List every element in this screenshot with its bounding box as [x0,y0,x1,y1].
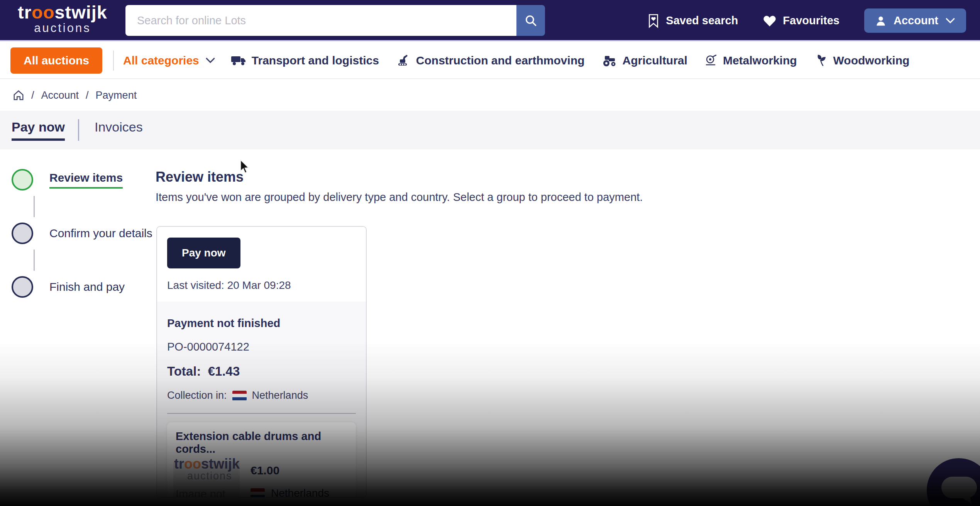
troostwijk-logo[interactable]: troostwijk auctions [18,3,107,34]
step-circle-idle [12,223,33,244]
page-title: Review items [156,169,244,185]
chat-bubble-icon [941,477,977,498]
page: troostwijk auctions [0,0,980,506]
truck-icon [231,55,246,66]
payment-status: Payment not finished [167,317,356,330]
payment-group-body: Payment not finished PO-0000074122 Total… [157,302,366,498]
pay-now-button[interactable]: Pay now [167,238,240,268]
lot-meta: €1.00 Netherlands A1-161885-110 [251,462,329,498]
total-amount: Total: €1.43 [167,364,356,379]
logo-wordmark: troostwijk [18,3,107,21]
account-label: Account [894,14,938,27]
category-construction[interactable]: Construction and earthmoving [396,54,585,67]
category-woodworking[interactable]: Woodworking [814,54,910,67]
chevron-down-icon [945,17,955,24]
search-input[interactable] [125,5,516,36]
breadcrumb-separator: / [86,89,89,101]
last-visited-text: Last visited: 20 Mar 09:28 [167,279,356,292]
tabs-row: Pay now Invoices [0,111,980,149]
search-bar [125,5,545,36]
breadcrumb-payment[interactable]: Payment [96,89,137,101]
favourites-label: Favourites [783,14,840,27]
step-connector [34,250,35,271]
purchase-order-id: PO-0000074122 [167,341,356,353]
lot-row: troostwijk auctions Image not available … [173,462,347,498]
tab-divider [78,119,79,141]
step-review-items[interactable]: Review items [12,169,123,191]
lot-image-placeholder: troostwijk auctions Image not available [173,462,240,498]
tab-pay-now[interactable]: Pay now [12,120,65,141]
search-button[interactable] [516,5,545,36]
breadcrumb: / Account / Payment [13,89,137,101]
step-label: Finish and pay [49,280,125,293]
chevron-down-icon [205,57,215,64]
category-label: Transport and logistics [252,54,379,67]
all-categories-label: All categories [123,54,199,67]
saved-search-icon [647,13,660,28]
navbar-actions: Saved search Favourites Account [647,0,966,41]
step-confirm-details[interactable]: Confirm your details [12,223,152,244]
logo-oo-accent: oo [32,2,54,22]
netherlands-flag-icon [251,488,265,498]
page-description: Items you've won are grouped by delivery… [156,191,643,204]
category-label: Woodworking [833,54,910,67]
payment-group-card[interactable]: Pay now Last visited: 20 Mar 09:28 Payme… [156,226,367,498]
lot-price: €1.00 [251,464,329,477]
saved-search-label: Saved search [666,14,738,27]
category-metalworking[interactable]: Metalworking [704,54,797,67]
tractor-icon [602,54,617,67]
saved-search-button[interactable]: Saved search [647,13,738,28]
placeholder-logo: troostwijk auctions [174,457,240,481]
collection-location: Collection in: Netherlands [167,390,356,401]
step-connector [34,196,35,217]
category-transport[interactable]: Transport and logistics [231,54,379,67]
account-button[interactable]: Account [864,8,966,33]
step-label: Review items [49,171,123,189]
logo-subtitle: auctions [18,22,107,34]
category-divider [113,51,114,71]
excavator-icon [396,54,411,67]
bottom-fade-overlay [0,340,980,506]
lot-title: Extension cable drums and cords... [176,430,347,455]
wood-leaves-icon [814,54,828,67]
step-finish-pay[interactable]: Finish and pay [12,276,125,298]
category-label: Construction and earthmoving [416,54,585,67]
breadcrumb-separator: / [31,89,34,101]
home-icon[interactable] [13,89,24,101]
all-categories-dropdown[interactable]: All categories [123,54,215,67]
category-agricultural[interactable]: Agricultural [602,54,687,67]
breadcrumb-row: / Account / Payment [0,80,980,111]
netherlands-flag-icon [232,391,247,401]
heart-icon [763,15,777,27]
top-navbar: troostwijk auctions [0,0,980,41]
step-circle-idle [12,276,33,298]
account-person-icon [875,15,887,27]
tab-invoices[interactable]: Invoices [95,120,143,141]
payment-group-header: Pay now Last visited: 20 Mar 09:28 [157,227,366,302]
category-label: Agricultural [623,54,687,67]
grinder-icon [704,54,718,67]
chat-widget-button[interactable] [927,458,980,506]
category-label: Metalworking [723,54,797,67]
search-icon [524,14,537,27]
step-circle-active [12,169,33,191]
lot-item-card[interactable]: Extension cable drums and cords... troos… [167,422,356,498]
image-not-available-text: Image not available [176,484,240,498]
breadcrumb-account[interactable]: Account [41,89,79,101]
step-label: Confirm your details [49,227,152,240]
category-bar: All auctions All categories Transport an… [0,42,980,79]
card-divider [167,413,356,414]
placeholder-logo-oo: oo [184,456,201,472]
all-auctions-button[interactable]: All auctions [10,47,102,74]
favourites-button[interactable]: Favourites [763,14,840,27]
lot-country: Netherlands [251,487,329,498]
